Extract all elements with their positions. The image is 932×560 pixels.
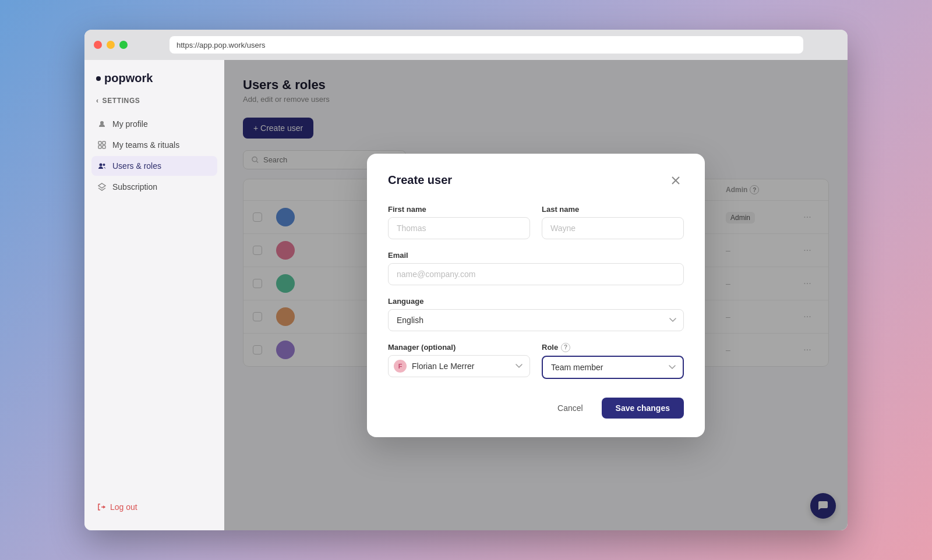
users-icon: [97, 161, 107, 171]
modal-footer: Cancel Save changes: [388, 398, 684, 419]
svg-marker-7: [98, 183, 105, 188]
modal-header: Create user: [388, 172, 684, 189]
language-select[interactable]: English French Spanish German: [388, 309, 684, 331]
svg-rect-2: [103, 141, 105, 144]
browser-titlebar: https://app.pop.work/users: [84, 30, 848, 60]
close-button[interactable]: [94, 41, 102, 49]
manager-label: Manager (optional): [388, 343, 530, 352]
last-name-input[interactable]: [542, 217, 684, 239]
modal-close-button[interactable]: [668, 172, 684, 189]
grid-icon: [97, 140, 107, 150]
svg-rect-1: [98, 141, 101, 144]
save-changes-button[interactable]: Save changes: [602, 398, 684, 419]
sidebar-item-label: Subscription: [112, 182, 157, 192]
first-name-label: First name: [388, 205, 530, 214]
address-bar[interactable]: https://app.pop.work/users: [170, 36, 803, 54]
svg-rect-4: [103, 146, 105, 148]
main-content: Users & roles Add, edit or remove users …: [224, 60, 848, 530]
manager-avatar: F: [394, 360, 407, 373]
logout-label: Log out: [110, 502, 137, 512]
manager-role-row: Manager (optional) F Florian Le Merrer: [388, 343, 684, 379]
sidebar-item-label: My profile: [112, 119, 148, 129]
traffic-lights: [94, 41, 128, 49]
role-help-icon[interactable]: ?: [561, 343, 570, 352]
email-input[interactable]: [388, 263, 684, 285]
modal-overlay[interactable]: Create user First name Last name: [224, 60, 848, 530]
language-group: Language English French Spanish German: [388, 297, 684, 331]
manager-select[interactable]: Florian Le Merrer: [388, 355, 530, 377]
sidebar-item-my-profile[interactable]: My profile: [91, 114, 217, 134]
sidebar-item-label: My teams & rituals: [112, 140, 179, 150]
cancel-button[interactable]: Cancel: [546, 398, 595, 419]
create-user-modal: Create user First name Last name: [367, 154, 705, 437]
layers-icon: [97, 182, 107, 192]
minimize-button[interactable]: [107, 41, 115, 49]
manager-group: Manager (optional) F Florian Le Merrer: [388, 343, 530, 379]
back-arrow-icon: ‹: [96, 97, 99, 105]
logout-button[interactable]: Log out: [84, 495, 224, 519]
sidebar-nav: My profile My teams & rituals Users & ro…: [84, 114, 224, 197]
first-name-input[interactable]: [388, 217, 530, 239]
browser-content: popwork ‹ SETTINGS My profile My teams: [84, 60, 848, 530]
first-name-group: First name: [388, 205, 530, 239]
language-label: Language: [388, 297, 684, 306]
email-group: Email: [388, 251, 684, 285]
sidebar: popwork ‹ SETTINGS My profile My teams: [84, 60, 224, 530]
sidebar-item-label: Users & roles: [112, 161, 161, 171]
sidebar-item-subscription[interactable]: Subscription: [91, 177, 217, 197]
manager-select-wrapper: F Florian Le Merrer: [388, 355, 530, 377]
logo-dot: [96, 76, 101, 81]
app-logo: popwork: [84, 72, 224, 97]
settings-back[interactable]: ‹ SETTINGS: [84, 97, 224, 114]
modal-title: Create user: [388, 173, 452, 187]
svg-point-6: [103, 164, 105, 166]
role-group: Role ? Team member Admin Manager: [542, 343, 684, 379]
close-icon: [672, 176, 680, 185]
maximize-button[interactable]: [119, 41, 128, 49]
role-label: Role ?: [542, 343, 684, 352]
role-select[interactable]: Team member Admin Manager: [542, 356, 684, 379]
logout-icon: [97, 503, 105, 511]
svg-point-5: [100, 164, 103, 166]
url-text: https://app.pop.work/users: [176, 41, 265, 49]
sidebar-item-users-roles[interactable]: Users & roles: [91, 156, 217, 176]
name-row: First name Last name: [388, 205, 684, 239]
sidebar-item-my-teams[interactable]: My teams & rituals: [91, 135, 217, 155]
email-label: Email: [388, 251, 684, 260]
svg-rect-3: [98, 146, 101, 148]
person-icon: [97, 119, 107, 129]
last-name-label: Last name: [542, 205, 684, 214]
last-name-group: Last name: [542, 205, 684, 239]
